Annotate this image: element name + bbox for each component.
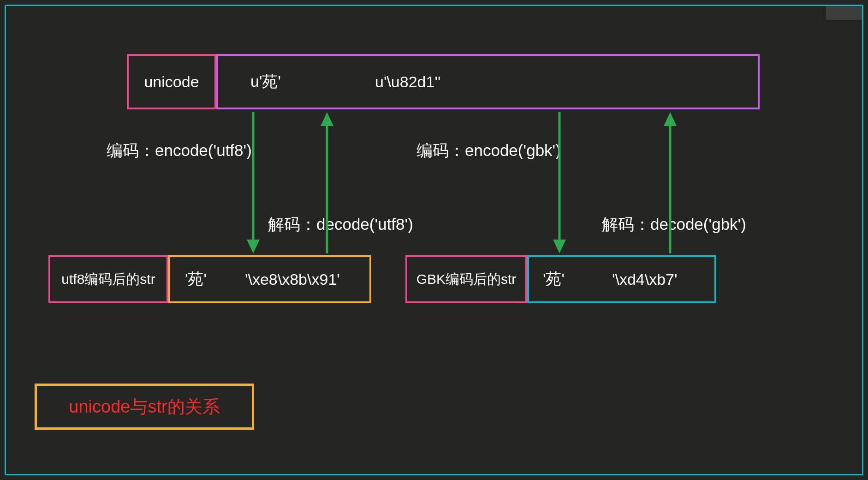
decode-utf8-label: 解码：decode('utf8')	[268, 214, 413, 235]
gbk-literal-bytes: '\xd4\xb7'	[612, 270, 678, 288]
decode-gbk-label: 解码：decode('gbk')	[602, 214, 746, 235]
arrow-encode-utf8-icon	[247, 112, 260, 253]
unicode-type-box: unicode	[127, 54, 216, 109]
svg-marker-1	[247, 240, 260, 253]
gbk-type-label: GBK编码后的str	[416, 270, 517, 289]
svg-marker-5	[553, 240, 566, 253]
utf8-literal-bytes: '\xe8\x8b\x91'	[245, 270, 340, 288]
svg-marker-7	[664, 112, 677, 126]
corner-tab	[826, 6, 862, 20]
utf8-type-box: utf8编码后的str	[48, 255, 168, 303]
diagram-canvas: unicode u'苑' u'\u82d1'' 编码：encode('utf8'…	[5, 5, 863, 475]
utf8-value-box: '苑' '\xe8\x8b\x91'	[168, 255, 371, 303]
gbk-value-box: '苑' '\xd4\xb7'	[527, 255, 716, 303]
unicode-value-box: u'苑' u'\u82d1''	[216, 54, 760, 109]
unicode-type-label: unicode	[144, 73, 199, 91]
encode-utf8-label: 编码：encode('utf8')	[107, 140, 252, 162]
diagram-title: unicode与str的关系	[69, 395, 220, 419]
utf8-literal-char: '苑'	[185, 269, 245, 290]
encode-gbk-label: 编码：encode('gbk')	[416, 140, 561, 162]
diagram-title-box: unicode与str的关系	[35, 384, 254, 430]
arrow-encode-gbk-icon	[553, 112, 566, 253]
gbk-type-box: GBK编码后的str	[405, 255, 527, 303]
utf8-type-label: utf8编码后的str	[61, 270, 155, 289]
unicode-literal-char: u'苑'	[250, 71, 375, 92]
svg-marker-3	[321, 112, 333, 126]
gbk-literal-char: '苑'	[543, 269, 612, 290]
unicode-literal-escape: u'\u82d1''	[375, 73, 440, 91]
